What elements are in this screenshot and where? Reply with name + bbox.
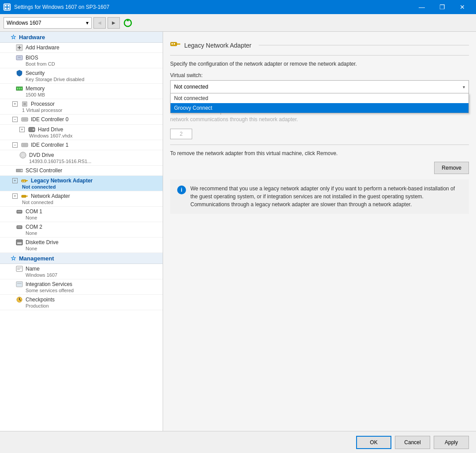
memory-sub: 1500 MB (26, 92, 159, 97)
legacy-expand[interactable]: + (12, 178, 18, 183)
sidebar-item-hard-drive[interactable]: + Hard Drive Windows 1607.vhdx (0, 125, 163, 140)
sidebar-item-dvd-drive[interactable]: DVD Drive 14393.0.160715-1616.RS1... (0, 150, 163, 166)
cancel-button[interactable]: Cancel (395, 436, 430, 449)
svg-rect-32 (22, 195, 26, 197)
ide1-expand[interactable]: − (12, 142, 18, 148)
content-area: ☆ Hardware Add Hardware BIOS (0, 32, 476, 431)
sidebar-item-ide0[interactable]: − IDE Controller 0 (0, 115, 163, 125)
sidebar-item-memory[interactable]: Memory 1500 MB (0, 84, 163, 99)
legacy-adapter-label: Legacy Network Adapter (31, 178, 93, 184)
ok-button[interactable]: OK (356, 436, 391, 449)
diskette-sub: None (26, 246, 159, 251)
app-icon (4, 4, 11, 11)
refresh-button[interactable] (122, 17, 134, 29)
svg-point-35 (18, 211, 19, 212)
processor-label: Processor (31, 101, 55, 107)
svg-point-25 (22, 154, 24, 156)
sidebar-item-add-hardware[interactable]: Add Hardware (0, 43, 163, 53)
ide0-label: IDE Controller 0 (31, 116, 68, 123)
diskette-label: Diskette Drive (26, 239, 59, 245)
svg-rect-28 (22, 180, 26, 182)
svg-rect-15 (21, 88, 22, 89)
title-bar: Settings for Windows 1607 on SP3-1607 — … (0, 0, 476, 14)
security-label: Security (26, 70, 45, 76)
integration-label: Integration Services (26, 281, 72, 287)
sidebar-item-bios[interactable]: BIOS Boot from CD (0, 53, 163, 68)
sidebar-item-processor[interactable]: + Processor 1 Virtual processor (0, 99, 163, 115)
svg-rect-30 (22, 181, 23, 182)
back-button[interactable]: ◀ (93, 17, 106, 29)
checkpoints-icon (16, 296, 23, 303)
sidebar-item-scsi[interactable]: SCSI Controller (0, 166, 163, 176)
svg-point-27 (21, 170, 22, 171)
vm-dropdown-arrow: ▾ (86, 20, 89, 26)
virtual-switch-dropdown[interactable]: Not connected ▾ (170, 80, 469, 93)
dvd-icon (19, 152, 26, 159)
restore-button[interactable]: ❐ (432, 0, 452, 14)
com1-label: COM 1 (26, 208, 42, 215)
sidebar-item-security[interactable]: Security Key Storage Drive disabled (0, 68, 163, 84)
apply-button[interactable]: Apply (434, 436, 469, 449)
virtual-switch-label: Virtual switch: (170, 72, 469, 78)
ide0-expand[interactable]: − (12, 117, 18, 122)
sidebar-item-legacy-adapter[interactable]: + Legacy Network Adapter Not connected (0, 176, 163, 191)
security-icon (16, 70, 23, 77)
panel-content: Legacy Network Adapter Specify the confi… (163, 32, 476, 431)
checkpoints-label: Checkpoints (26, 297, 55, 303)
svg-rect-14 (19, 88, 20, 89)
management-section-icon: ☆ (11, 255, 16, 262)
minimize-button[interactable]: — (412, 0, 432, 14)
network-adapter-sub: Not connected (22, 200, 159, 205)
network-adapter-icon (21, 193, 28, 200)
info-box: i We recommend that you use a legacy net… (170, 179, 469, 214)
integration-sub: Some services offered (26, 288, 159, 293)
memory-icon (16, 85, 23, 92)
main-panel: Legacy Network Adapter Specify the confi… (163, 32, 476, 431)
dropdown-option-not-connected[interactable]: Not connected (171, 93, 469, 103)
forward-button[interactable]: ▶ (108, 17, 120, 29)
name-label: Name (26, 266, 40, 272)
sidebar-item-name[interactable]: Name Windows 1607 (0, 264, 163, 279)
net-expand[interactable]: + (12, 193, 18, 199)
svg-rect-4 (7, 7, 9, 9)
svg-rect-44 (16, 266, 22, 271)
virtual-switch-value: Not connected (174, 84, 208, 90)
dropdown-arrow-icon: ▾ (463, 85, 465, 89)
sidebar: ☆ Hardware Add Hardware BIOS (0, 32, 163, 431)
svg-rect-55 (174, 43, 175, 45)
toolbar: Windows 1607 ▾ ◀ ▶ (0, 14, 476, 32)
sidebar-item-com1[interactable]: COM 1 None (0, 207, 163, 222)
processor-sub: 1 Virtual processor (22, 108, 159, 113)
svg-rect-1 (5, 5, 7, 7)
processor-expand[interactable]: + (12, 101, 18, 107)
svg-rect-19 (22, 119, 27, 120)
remove-button[interactable]: Remove (434, 162, 469, 174)
vlan-input[interactable] (170, 129, 192, 139)
vm-dropdown-value: Windows 1607 (7, 20, 41, 26)
sidebar-item-network-adapter[interactable]: + Network Adapter Not connected (0, 191, 163, 207)
vm-dropdown[interactable]: Windows 1607 ▾ (4, 17, 92, 29)
info-text: We recommend that you use a legacy netwo… (190, 185, 462, 208)
hd-expand[interactable]: + (19, 127, 25, 132)
info-icon: i (177, 186, 186, 194)
svg-rect-54 (171, 43, 173, 45)
ide1-icon (21, 141, 28, 149)
bios-sub: Boot from CD (26, 61, 159, 67)
close-button[interactable]: ✕ (452, 0, 472, 14)
sidebar-item-ide1[interactable]: − IDE Controller 1 (0, 140, 163, 150)
svg-point-39 (18, 226, 19, 227)
ide0-icon (21, 116, 28, 123)
svg-rect-13 (17, 88, 18, 89)
sidebar-item-diskette[interactable]: Diskette Drive None (0, 238, 163, 253)
svg-rect-23 (22, 144, 27, 146)
sidebar-item-integration[interactable]: Integration Services Some services offer… (0, 279, 163, 295)
scsi-icon (16, 167, 23, 174)
svg-rect-10 (17, 56, 22, 59)
com2-label: COM 2 (26, 224, 42, 230)
sidebar-item-checkpoints[interactable]: Checkpoints Production (0, 295, 163, 310)
bottom-bar: OK Cancel Apply (0, 431, 476, 453)
sidebar-item-com2[interactable]: COM 2 None (0, 222, 163, 238)
panel-header-icon (170, 39, 181, 52)
dropdown-option-groovy-connect[interactable]: Groovy Connect (171, 103, 469, 113)
svg-point-37 (20, 211, 21, 212)
